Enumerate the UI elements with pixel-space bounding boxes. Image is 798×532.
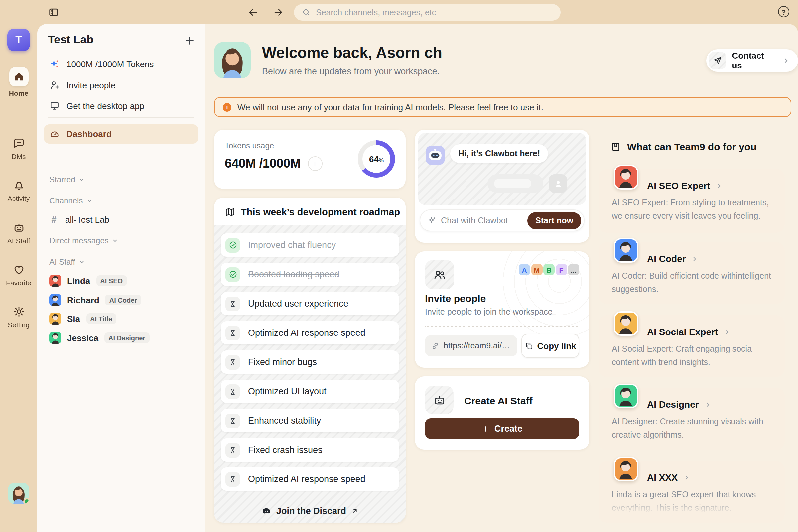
chevron-down-icon [79, 176, 86, 183]
staff-item-jessica[interactable]: Jessica AI Designer [44, 329, 198, 346]
staff-role-badge: AI Designer [104, 332, 149, 343]
member-chip[interactable]: M [531, 264, 542, 275]
user-avatar-large [214, 42, 251, 78]
expert-avatar [614, 311, 639, 336]
expert-avatar [614, 238, 639, 263]
roadmap-item[interactable]: Boosted loading speed [221, 263, 399, 286]
roadmap-item[interactable]: Optimized UI layout [221, 380, 399, 403]
expert-avatar [614, 165, 639, 190]
expert-description: AI SEO Expert: From styling to treatment… [612, 197, 775, 223]
member-chip[interactable]: B [543, 264, 555, 275]
expert-title-row[interactable]: AI Coder [647, 253, 699, 264]
start-now-button[interactable]: Start now [527, 212, 581, 229]
workspace-logo[interactable]: T [7, 28, 30, 51]
sidebar-item-label: Invite people [66, 80, 115, 90]
expert-title-row[interactable]: AI Social Expert [647, 326, 730, 337]
rail-item-home[interactable]: Home [0, 67, 37, 97]
check-circle-icon [225, 238, 240, 252]
section-direct-messages[interactable]: Direct messages [49, 235, 119, 247]
member-chip[interactable]: F [556, 264, 567, 275]
invite-title: Invite people [425, 292, 486, 304]
user-avatar[interactable] [8, 483, 29, 504]
staff-item-richard[interactable]: Richard AI Coder [44, 291, 198, 308]
section-channels[interactable]: Channels [49, 195, 93, 207]
roadmap-item[interactable]: Optimized AI response speed [221, 468, 399, 491]
bell-icon [12, 179, 25, 191]
channel-item[interactable]: # all-Test Lab [44, 211, 198, 228]
sidebar-item-tokens[interactable]: 1000M /1000M Tokens [44, 55, 198, 73]
rail-item-label: Activity [8, 194, 30, 202]
rail-item-ai-staff[interactable]: AI Staff [0, 222, 37, 245]
people-icon [425, 260, 454, 289]
expert-name: AI Designer [647, 399, 699, 410]
copy-icon [524, 341, 533, 350]
expert-description: AI Social Expert: Craft engaging socia c… [612, 343, 775, 369]
staff-item-sia[interactable]: Sia AI Title [44, 310, 198, 327]
create-button[interactable]: Create [425, 418, 579, 439]
sidebar-item-invite[interactable]: Invite people [44, 76, 198, 94]
roadmap-item[interactable]: Enhanced stability [221, 409, 399, 432]
copy-link-button[interactable]: Copy link [521, 334, 579, 358]
copy-link-label: Copy link [537, 341, 576, 351]
monitor-icon [49, 100, 60, 111]
rail-item-favorite[interactable]: Favorite [0, 263, 37, 287]
avatar [49, 294, 61, 306]
roadmap-item[interactable]: Fixed crash issues [221, 438, 399, 461]
section-starred[interactable]: Starred [49, 174, 86, 186]
expert-card-ai-social[interactable]: AI Social Expert AI Social Expert: Craft… [598, 315, 785, 377]
sidebar-item-desktop-app[interactable]: Get the desktop app [44, 96, 198, 115]
expert-name: AI XXX [647, 472, 678, 483]
member-chip[interactable]: A [519, 264, 530, 275]
search-input[interactable] [316, 8, 553, 17]
roadmap-item[interactable]: Fixed minor bugs [221, 350, 399, 374]
forward-arrow-icon[interactable] [272, 6, 284, 18]
clawbot-chat-input[interactable] [441, 216, 523, 225]
join-discord-link[interactable]: Join the Discard [262, 506, 358, 516]
roadmap-item[interactable]: Optimized AI response speed [221, 321, 399, 344]
member-chip-more[interactable]: ... [568, 264, 579, 275]
expert-title-row[interactable]: AI Designer [647, 399, 711, 410]
expert-title-row[interactable]: AI SEO Expert [647, 180, 723, 191]
dashboard-gauge-icon [49, 129, 60, 139]
add-tokens-button[interactable] [308, 156, 323, 171]
invite-link-url: https://team9.ai/te... [443, 341, 511, 350]
robot-icon [12, 222, 25, 234]
channel-name: all-Test Lab [65, 214, 109, 225]
staff-name: Richard [67, 295, 99, 305]
section-ai-staff[interactable]: AI Staff [49, 256, 85, 268]
roadmap-item[interactable]: Improved chat fluency [221, 233, 399, 257]
expert-card-ai-xxx[interactable]: AI XXX Linda is a great SEO expert that … [598, 461, 785, 523]
tokens-value: 640M /1000M [225, 156, 301, 171]
tokens-label: Tokens usage [225, 141, 274, 150]
invite-subtitle: Invite people to join the workspace [425, 307, 553, 317]
add-icon[interactable] [184, 35, 195, 46]
chevron-down-icon [112, 238, 119, 244]
rail-item-activity[interactable]: Activity [0, 179, 37, 202]
rail-item-setting[interactable]: Setting [0, 305, 37, 328]
help-icon[interactable]: ? [778, 6, 790, 17]
roadmap-item[interactable]: Updated user experience [221, 292, 399, 315]
app-window: ? T Home DMs Activity AI Staff [0, 0, 798, 532]
chevron-right-icon [782, 57, 790, 64]
expert-title-row[interactable]: AI XXX [647, 472, 690, 483]
staff-item-linda[interactable]: Linda AI SEO [44, 272, 198, 289]
workspace-name: Test Lab [48, 33, 93, 46]
section-label: Direct messages [49, 236, 109, 245]
chevron-right-icon [683, 474, 690, 481]
expert-card-ai-coder[interactable]: AI Coder AI Coder: Build efficient code … [598, 242, 785, 304]
search-bar[interactable] [294, 4, 560, 21]
back-arrow-icon[interactable] [247, 6, 259, 18]
check-circle-icon [225, 267, 240, 282]
top-bar: ? [0, 0, 798, 24]
hourglass-icon [225, 296, 240, 311]
contact-us-button[interactable]: Contact us [706, 49, 798, 72]
expert-card-ai-designer[interactable]: AI Designer AI Designer: Create stunning… [598, 388, 785, 450]
sparkle-outline-icon [428, 216, 436, 225]
sidebar-toggle-icon[interactable] [47, 6, 59, 18]
join-discord-label: Join the Discard [276, 506, 346, 516]
avatar [49, 332, 61, 344]
expert-card-ai-seo[interactable]: AI SEO Expert AI SEO Expert: From stylin… [598, 169, 785, 233]
rail-item-dms[interactable]: DMs [0, 137, 37, 160]
hourglass-icon [225, 384, 240, 399]
sidebar-item-dashboard[interactable]: Dashboard [44, 125, 198, 144]
